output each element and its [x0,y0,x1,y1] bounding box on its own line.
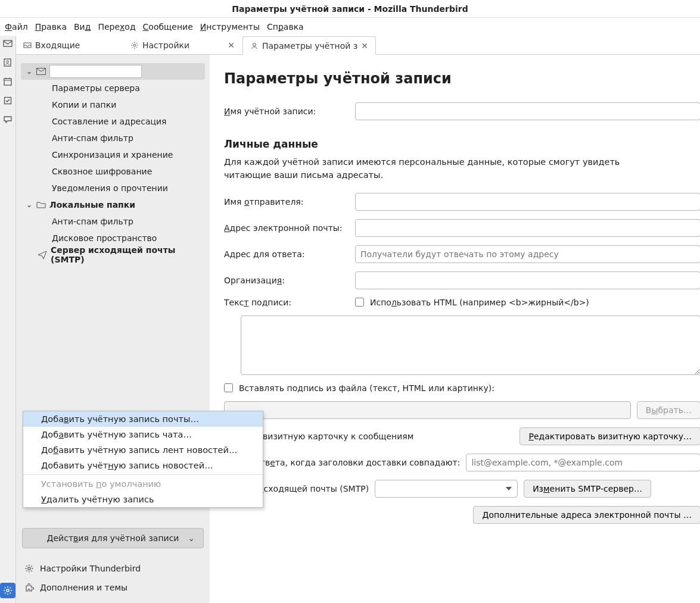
chat-icon[interactable] [2,114,13,125]
svg-point-10 [133,44,136,46]
edit-smtp-button[interactable]: Изменить SMTP-сервер… [524,480,651,498]
tree-local-junk[interactable]: Анти-спам фильтр [21,213,205,230]
svg-point-11 [253,43,256,46]
svg-rect-3 [4,79,11,85]
tasks-icon[interactable] [2,95,13,106]
menu-set-default: Установить по умолчанию [23,476,263,492]
tab-account-settings[interactable]: Параметры учётной з ✕ [242,36,376,55]
reply-to-label: Адрес для ответа: [224,249,349,259]
smtp-select[interactable] [375,480,518,498]
tab-inbox-label: Входящие [35,40,80,50]
accounts-sidebar: ⌄ Параметры сервера Копии и папки Состав… [16,55,210,603]
account-row[interactable]: ⌄ [21,63,205,80]
menu-add-feed-account[interactable]: Добавить учётную запись лент новостей… [23,442,263,458]
svg-point-2 [7,61,9,63]
gear-icon [130,41,139,49]
svg-rect-0 [4,40,12,46]
additional-emails-button[interactable]: Дополнительные адреса электронной почты … [473,506,700,524]
menu-tools[interactable]: Инструменты [200,22,260,32]
menu-view[interactable]: Вид [74,22,91,32]
account-name-field[interactable] [355,102,700,120]
edit-vcard-button[interactable]: Редактировать визитную карточку… [519,427,700,445]
main-content: Параметры учётной записи Имя учётной зап… [210,55,700,603]
spaces-toolbar [0,36,16,603]
email-field[interactable] [355,219,700,237]
use-html-checkbox[interactable] [355,298,364,307]
account-icon [250,42,259,50]
sender-name-label: Имя отправителя: [224,197,349,207]
account-name-label: Имя учётной записи: [224,107,349,116]
organization-field[interactable] [355,271,700,289]
menu-file[interactable]: Файл [5,22,28,32]
menu-add-mail-account[interactable]: Добавить учётную запись почты… [23,411,263,427]
account-actions-button[interactable]: Действия для учётной записи ⌄ [22,528,204,548]
tree-copies-folders[interactable]: Копии и папки [21,96,205,113]
svg-point-8 [7,589,9,592]
menu-edit[interactable]: Правка [35,22,67,32]
signature-text-label: Текст подписи: [224,298,349,307]
svg-point-13 [28,567,30,570]
account-name-input[interactable] [49,65,142,78]
email-label: Адрес электронной почты: [224,223,349,233]
tree-composition[interactable]: Составление и адресация [21,113,205,130]
browse-button[interactable]: Выбрать… [637,401,700,419]
tab-settings-label: Настройки [142,40,189,50]
close-icon[interactable]: ✕ [361,41,368,51]
window-title: Параметры учётной записи - Mozilla Thund… [232,4,468,14]
sender-name-field[interactable] [355,193,700,211]
send-icon [38,250,47,260]
menu-add-chat-account[interactable]: Добавить учётную запись чата… [23,427,263,442]
page-title: Параметры учётной записи [224,70,700,87]
catchall-field[interactable] [466,454,700,471]
tree-junk[interactable]: Анти-спам фильтр [21,130,205,146]
tab-account-label: Параметры учётной з [262,41,357,51]
puzzle-icon [24,583,34,592]
menu-go[interactable]: Переход [98,22,135,32]
chevron-down-icon[interactable]: ⌄ [26,201,33,209]
account-actions-menu: Добавить учётную запись почты… Добавить … [23,411,263,508]
tab-settings[interactable]: Настройки ✕ [123,36,242,54]
mail-account-icon [36,67,46,76]
signature-textarea[interactable] [241,315,700,375]
tab-inbox[interactable]: Входящие [16,36,123,54]
tree-sync[interactable]: Синхронизация и хранение [21,146,205,163]
organization-label: Организация: [224,276,349,285]
calendar-icon[interactable] [2,76,13,87]
signature-file-checkbox[interactable] [224,383,233,392]
tree-e2e[interactable]: Сквозное шифрование [21,163,205,180]
thunderbird-settings-link[interactable]: Настройки Thunderbird [22,559,204,578]
menu-help[interactable]: Справка [267,22,304,32]
personal-data-heading: Личные данные [224,138,700,150]
address-book-icon[interactable] [2,57,13,68]
signature-file-label: Вставлять подпись из файла (текст, HTML … [239,383,494,393]
use-html-label: Использовать HTML (например <b>жирный</b… [370,298,589,307]
account-actions-label: Действия для учётной записи [47,533,179,543]
tree-local-disk[interactable]: Дисковое пространство [21,230,205,246]
personal-data-desc: Для каждой учётной записи имеются персон… [224,156,665,182]
menu-delete-account[interactable]: Удалить учётную запись [23,492,263,507]
settings-icon[interactable] [0,583,15,598]
signature-file-path [224,401,631,419]
reply-to-field[interactable] [355,245,700,263]
chevron-down-icon[interactable]: ⌄ [26,67,33,76]
tabbar: Входящие Настройки ✕ Параметры учётной з… [16,36,700,55]
menu-message[interactable]: Сообщение [143,22,193,32]
window-titlebar: Параметры учётной записи - Mozilla Thund… [0,0,700,18]
mail-icon[interactable] [2,38,13,49]
smtp-row[interactable]: Сервер исходящей почты (SMTP) [21,246,205,263]
close-icon[interactable]: ✕ [228,40,235,50]
menubar: Файл Правка Вид Переход Сообщение Инстру… [0,18,700,36]
addons-link[interactable]: Дополнения и темы [22,578,204,597]
folder-icon [36,200,46,210]
chevron-down-icon: ⌄ [188,533,195,543]
inbox-icon [23,41,32,49]
tree-server-settings[interactable]: Параметры сервера [21,80,205,96]
local-folders-row[interactable]: ⌄ Локальные папки [21,196,205,213]
menu-add-news-account[interactable]: Добавить учётную запись новостей… [23,458,263,473]
tree-receipts[interactable]: Уведомления о прочтении [21,180,205,196]
gear-icon [24,564,34,573]
